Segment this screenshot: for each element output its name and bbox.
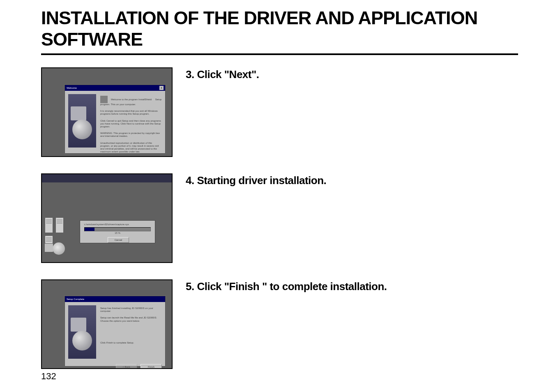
finish-button[interactable]: Finish	[141, 364, 162, 369]
step-4-text: 4. Starting driver installation.	[186, 173, 326, 187]
dialog-button-row: < Back Finish	[65, 362, 165, 369]
step-4-row: c:\windows\system32\drivers\capture.sys …	[41, 173, 518, 263]
step-5-screenshot: Setup Complete Setup has finished instal…	[41, 279, 173, 369]
install-disk-graphic	[44, 217, 73, 258]
dialog-title: Setup Complete	[67, 298, 84, 300]
step-5-row: Setup Complete Setup has finished instal…	[41, 279, 518, 369]
welcome-para-4: Unauthorized reproduction or distributio…	[100, 142, 162, 154]
page-number: 132	[41, 371, 56, 382]
step-5-text: 5. Click "Finish " to complete installat…	[186, 279, 387, 293]
desktop-taskbar	[42, 174, 172, 182]
setup-complete-dialog: Setup Complete Setup has finished instal…	[65, 296, 166, 367]
cancel-button[interactable]: Cancel	[108, 237, 129, 243]
step-3-text: 3. Click "Next".	[186, 67, 259, 81]
progress-dialog: c:\windows\system32\drivers\capture.sys …	[80, 220, 155, 243]
setup-sidebar-graphic	[68, 305, 96, 359]
welcome-dialog: Welcome x Welcome to the program Install…	[65, 85, 166, 154]
page-title: INSTALLATION OF THE DRIVER AND APPLICATI…	[41, 7, 518, 50]
dialog-body: Welcome to the program InstallShield Set…	[65, 91, 165, 157]
dialog-title: Welcome	[67, 87, 77, 89]
floppy-icon	[44, 243, 53, 252]
setup-sidebar-graphic	[68, 94, 96, 148]
progress-percent: 15 %	[84, 232, 151, 234]
complete-para-2: Setup can launch the Read Me file and JD…	[100, 316, 162, 322]
close-icon[interactable]: x	[159, 86, 164, 90]
dialog-content: Welcome to the program InstallShield Set…	[100, 94, 162, 157]
cd-icon	[53, 242, 65, 255]
title-divider	[41, 53, 518, 55]
progress-bar	[84, 227, 151, 231]
progress-file-label: c:\windows\system32\drivers\capture.sys	[84, 223, 151, 226]
box-icon	[55, 217, 64, 233]
welcome-heading-left: Welcome to the program InstallShield	[111, 98, 152, 101]
dialog-titlebar: Setup Complete	[65, 296, 165, 302]
step-4-screenshot: c:\windows\system32\drivers\capture.sys …	[41, 173, 173, 263]
step-3-row: Welcome x Welcome to the program Install…	[41, 67, 518, 157]
complete-para-1: Setup has finished installing JD S2000/3…	[100, 307, 162, 313]
box-icon	[45, 217, 53, 233]
complete-para-3: Click Finish to complete Setup.	[100, 341, 162, 344]
dialog-content: Setup has finished installing JD S2000/3…	[100, 305, 162, 359]
dialog-body: Setup has finished installing JD S2000/3…	[65, 302, 165, 362]
welcome-para-2: Click Cancel to quit Setup and then clos…	[100, 120, 162, 129]
dialog-titlebar: Welcome x	[65, 85, 165, 91]
step-3-screenshot: Welcome x Welcome to the program Install…	[41, 67, 173, 157]
back-button: < Back	[116, 364, 137, 369]
welcome-para-1: It is strongly recommended that you exit…	[100, 110, 162, 115]
progress-bar-fill	[85, 228, 94, 231]
welcome-para-3: WARNING: This program is protected by co…	[100, 132, 162, 138]
setup-icon	[100, 96, 108, 103]
